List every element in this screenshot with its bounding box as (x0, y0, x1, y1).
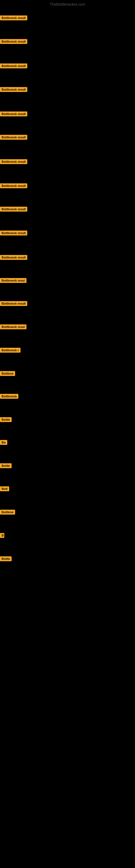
bottleneck-row-12[interactable]: Bottleneck resul (0, 278, 27, 284)
bottleneck-badge-19[interactable]: Bo (0, 440, 7, 445)
bottleneck-row-16[interactable]: Bottlene (0, 371, 15, 377)
bottleneck-badge-15[interactable]: Bottleneck r (0, 348, 20, 352)
bottleneck-row-9[interactable]: Bottleneck result (0, 207, 27, 213)
bottleneck-badge-21[interactable]: Bott (0, 486, 9, 491)
bottleneck-badge-13[interactable]: Bottleneck result (0, 301, 27, 306)
bottleneck-badge-24[interactable]: Bottle (0, 556, 12, 561)
bottleneck-badge-14[interactable]: Bottleneck resul (0, 324, 27, 329)
bottleneck-row-6[interactable]: Bottleneck result (0, 135, 27, 141)
bottleneck-row-3[interactable]: Bottleneck result (0, 63, 27, 69)
bottleneck-row-15[interactable]: Bottleneck r (0, 348, 20, 354)
bottleneck-row-24[interactable]: Bottle (0, 556, 12, 562)
bottleneck-row-11[interactable]: Bottleneck result (0, 255, 27, 261)
bottleneck-badge-8[interactable]: Bottleneck result (0, 183, 27, 188)
bottleneck-badge-5[interactable]: Bottleneck result (0, 112, 27, 116)
bottleneck-row-19[interactable]: Bo (0, 440, 7, 446)
bottleneck-badge-23[interactable]: B (0, 533, 4, 538)
bottleneck-badge-16[interactable]: Bottlene (0, 371, 15, 376)
bottleneck-badge-11[interactable]: Bottleneck result (0, 255, 27, 260)
bottleneck-row-23[interactable]: B (0, 533, 4, 539)
bottleneck-badge-9[interactable]: Bottleneck result (0, 207, 27, 212)
bottleneck-badge-10[interactable]: Bottleneck result (0, 230, 27, 236)
bottleneck-row-2[interactable]: Bottleneck result (0, 39, 27, 45)
bottleneck-badge-22[interactable]: Bottlene (0, 510, 15, 515)
bottleneck-row-5[interactable]: Bottleneck result (0, 112, 27, 118)
bottleneck-row-18[interactable]: Bottle (0, 417, 12, 423)
bottleneck-row-14[interactable]: Bottleneck resul (0, 324, 27, 330)
bottleneck-row-4[interactable]: Bottleneck result (0, 87, 27, 93)
bottleneck-row-8[interactable]: Bottleneck result (0, 183, 27, 189)
site-title: TheBottlenecker.com (0, 0, 135, 9)
bottleneck-row-13[interactable]: Bottleneck result (0, 301, 27, 307)
bottleneck-badge-12[interactable]: Bottleneck resul (0, 278, 27, 283)
bottleneck-badge-7[interactable]: Bottleneck result (0, 159, 27, 164)
bottleneck-row-17[interactable]: Bottleneck (0, 394, 18, 400)
bottleneck-row-10[interactable]: Bottleneck result (0, 230, 27, 237)
bottleneck-badge-17[interactable]: Bottleneck (0, 394, 18, 399)
bottleneck-badge-20[interactable]: Bottle (0, 463, 12, 468)
bottleneck-badge-1[interactable]: Bottleneck result (0, 16, 27, 20)
bottleneck-badge-6[interactable]: Bottleneck result (0, 135, 27, 140)
bottleneck-row-21[interactable]: Bott (0, 486, 9, 492)
bottleneck-badge-4[interactable]: Bottleneck result (0, 87, 27, 92)
bottleneck-row-7[interactable]: Bottleneck result (0, 159, 27, 165)
bottleneck-row-22[interactable]: Bottlene (0, 510, 15, 516)
bottleneck-badge-18[interactable]: Bottle (0, 417, 12, 422)
bottleneck-badge-3[interactable]: Bottleneck result (0, 63, 27, 68)
bottleneck-badge-2[interactable]: Bottleneck result (0, 39, 27, 44)
bottleneck-row-1[interactable]: Bottleneck result (0, 16, 27, 22)
bottleneck-row-20[interactable]: Bottle (0, 463, 12, 469)
